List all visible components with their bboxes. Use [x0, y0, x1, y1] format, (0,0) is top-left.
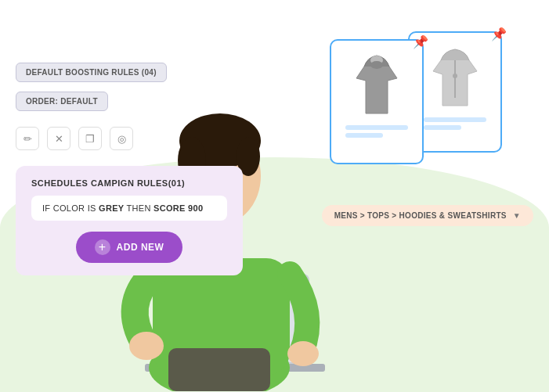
campaign-card: SCHEDULES CAMPIGN RULES(01) IF COLOR IS …: [16, 166, 243, 275]
rule-score: SCORE 900: [154, 203, 203, 213]
breadcrumb-text: MENS > TOPS > HOODIES & SWEATSHIRTS: [334, 211, 507, 220]
product-line: [424, 117, 486, 122]
svg-point-15: [129, 332, 164, 360]
campaign-title: SCHEDULES CAMPIGN RULES(01): [31, 178, 227, 188]
left-panel: DEFAULT BOOSTING RULES (04) ORDER: DEFAU…: [16, 63, 243, 275]
copy-icon[interactable]: ❐: [78, 127, 102, 150]
product-line: [345, 133, 383, 138]
product-line: [345, 125, 408, 130]
svg-point-19: [370, 61, 383, 69]
pin-icon-1: 📌: [413, 34, 428, 50]
rule-condition: IF COLOR IS GREY THEN SCORE 900: [31, 196, 227, 221]
default-boosting-tag: DEFAULT BOOSTING RULES (04): [16, 63, 167, 82]
pin-icon-2: 📌: [491, 27, 507, 42]
svg-rect-17: [168, 348, 270, 391]
rule-then: THEN: [124, 203, 154, 213]
rule-text-if: IF COLOR IS: [42, 203, 99, 213]
svg-point-16: [287, 341, 319, 366]
svg-point-21: [453, 74, 457, 78]
right-panel: 📌 📌: [322, 23, 533, 226]
hoodie-image-grey: [345, 49, 408, 119]
breadcrumb-dropdown[interactable]: MENS > TOPS > HOODIES & SWEATSHIRTS ▼: [322, 205, 533, 226]
product-card-1: 📌: [330, 39, 424, 164]
order-tag: ORDER: DEFAULT: [16, 92, 108, 111]
add-new-button[interactable]: + ADD NEW: [76, 232, 183, 263]
product-line: [424, 125, 461, 130]
add-icon: +: [95, 239, 110, 255]
product-lines-1: [345, 125, 408, 141]
rule-grey: GREY: [99, 203, 124, 213]
product-lines-2: [424, 117, 486, 133]
toolbar: ✏ ✕ ❐ ◎: [16, 127, 243, 150]
hoodie-image-light: [424, 41, 486, 111]
product-cards-container: 📌 📌: [322, 23, 526, 196]
add-new-label: ADD NEW: [117, 242, 164, 253]
dropdown-arrow-icon: ▼: [513, 211, 521, 220]
edit-icon[interactable]: ✏: [16, 127, 39, 150]
settings-icon[interactable]: ◎: [110, 127, 133, 150]
close-icon[interactable]: ✕: [47, 127, 70, 150]
